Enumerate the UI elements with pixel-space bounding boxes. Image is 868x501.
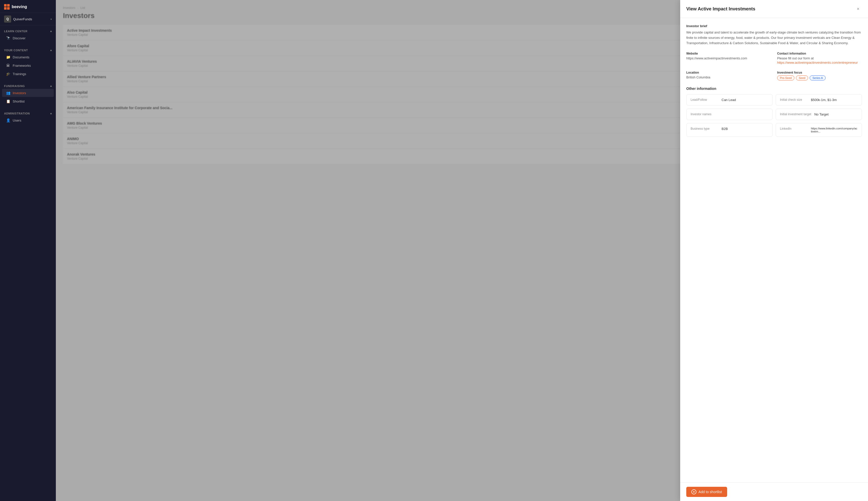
location-label: Location — [686, 71, 771, 74]
administration-header[interactable]: Administration ▴ — [0, 110, 56, 116]
info-card-lead-follow: Lead/Follow Can Lead — [686, 94, 773, 106]
trainings-icon: 🎓 — [6, 72, 10, 76]
sidebar-item-shortlist[interactable]: 📋 Shortlist — [2, 97, 54, 105]
chevron-up-icon: ▴ — [50, 84, 52, 87]
investment-target-label: Initial investment target — [780, 113, 811, 116]
chevron-up-icon: ▴ — [50, 112, 52, 115]
check-size-value: $500k-1m, $1-3m — [811, 98, 837, 102]
sidebar-item-documents[interactable]: 📁 Documents — [2, 53, 54, 61]
shortlist-icon: 📋 — [6, 99, 10, 103]
info-card-investment-target: Initial investment target No Target — [775, 109, 862, 120]
sidebar-item-trainings[interactable]: 🎓 Trainings — [2, 70, 54, 78]
investment-tags: Pre-Seed Seed Series A — [777, 75, 862, 81]
website-contact-row: Website https://www.activeimpactinvestme… — [686, 52, 862, 65]
your-content-section: Your Content ▴ 📁 Documents 🏛 Frameworks … — [0, 44, 56, 80]
investment-focus-label: Investment focus — [777, 71, 862, 74]
fundraising-header[interactable]: Fundraising ▴ — [0, 82, 56, 88]
info-card-linkedin: LinkedIn https://www.linkedin.com/compan… — [775, 123, 862, 137]
business-type-value: B2B — [721, 127, 728, 131]
location-section: Location British Columbia — [686, 71, 771, 81]
fundraising-section: Fundraising ▴ 👥 Investors 📋 Shortlist — [0, 80, 56, 108]
website-value: https://www.activeimpactinvestments.com — [686, 56, 771, 60]
contact-text: Please fill out our form at — [777, 56, 862, 60]
info-card-business-type: Business type B2B — [686, 123, 773, 137]
modal-body: Investor brief We provide capital and ta… — [680, 18, 868, 482]
close-icon: × — [857, 6, 860, 12]
investor-brief-text: We provide capital and talent to acceler… — [686, 30, 862, 46]
documents-icon: 📁 — [6, 55, 10, 59]
tag-series-a: Series A — [810, 75, 826, 81]
info-card-investor-names: Investor names — [686, 109, 773, 120]
sidebar: beeving Q QuiverFunds ▾ Learn center ▴ 🔭… — [0, 0, 56, 501]
sidebar-item-users[interactable]: 👤 Users — [2, 116, 54, 124]
modal-header: View Active Impact Investments × — [680, 0, 868, 18]
frameworks-icon: 🏛 — [6, 63, 10, 67]
workspace-name: QuiverFunds — [13, 17, 49, 21]
website-section: Website https://www.activeimpactinvestme… — [686, 52, 771, 65]
modal-title: View Active Impact Investments — [686, 6, 755, 12]
chevron-down-icon: ▾ — [51, 18, 52, 21]
workspace-selector[interactable]: Q QuiverFunds ▾ — [0, 13, 56, 25]
location-value: British Columbia — [686, 75, 771, 79]
discover-icon: 🔭 — [6, 36, 10, 40]
tag-pre-seed: Pre-Seed — [777, 75, 794, 81]
investment-focus-section: Investment focus Pre-Seed Seed Series A — [777, 71, 862, 81]
add-to-shortlist-button[interactable]: + Add to shortlist — [686, 487, 727, 497]
investor-names-label: Investor names — [690, 113, 718, 116]
logo: beeving — [0, 0, 56, 13]
sidebar-item-discover[interactable]: 🔭 Discover — [2, 34, 54, 42]
chevron-up-icon: ▴ — [50, 30, 52, 33]
contact-section: Contact information Please fill out our … — [777, 52, 862, 65]
tag-seed: Seed — [796, 75, 808, 81]
chevron-up-icon: ▴ — [50, 49, 52, 52]
info-card-check-size: Initial check size $500k-1m, $1-3m — [775, 94, 862, 106]
your-content-header[interactable]: Your Content ▴ — [0, 46, 56, 53]
investment-target-value: No Target — [814, 113, 828, 116]
sidebar-item-investors[interactable]: 👥 Investors — [2, 89, 54, 97]
lead-follow-label: Lead/Follow — [690, 98, 718, 102]
add-shortlist-label: Add to shortlist — [698, 490, 722, 494]
investor-brief-label: Investor brief — [686, 24, 862, 28]
linkedin-value: https://www.linkedin.com/company/activei… — [811, 127, 858, 133]
lead-follow-value: Can Lead — [721, 98, 736, 102]
plus-circle-icon: + — [692, 489, 696, 494]
logo-text: beeving — [12, 4, 27, 9]
location-focus-row: Location British Columbia Investment foc… — [686, 71, 862, 81]
linkedin-label: LinkedIn — [780, 127, 808, 130]
sidebar-item-frameworks[interactable]: 🏛 Frameworks — [2, 61, 54, 70]
website-label: Website — [686, 52, 771, 55]
close-button[interactable]: × — [854, 5, 862, 13]
learn-center-header[interactable]: Learn center ▴ — [0, 28, 56, 34]
check-size-label: Initial check size — [780, 98, 808, 102]
info-cards-grid: Lead/Follow Can Lead Initial check size … — [686, 94, 862, 137]
learn-center-section: Learn center ▴ 🔭 Discover — [0, 25, 56, 44]
other-info-label: Other information — [686, 87, 862, 90]
administration-section: Administration ▴ 👤 Users — [0, 108, 56, 127]
contact-link[interactable]: https://www.activeimpactinvestments.com/… — [777, 61, 858, 64]
contact-label: Contact information — [777, 52, 862, 55]
workspace-avatar: Q — [4, 15, 11, 23]
modal-footer: + Add to shortlist — [680, 482, 868, 501]
users-icon: 👤 — [6, 118, 10, 122]
logo-icon — [4, 4, 10, 10]
investors-icon: 👥 — [6, 91, 10, 95]
business-type-label: Business type — [690, 127, 718, 130]
modal-panel: View Active Impact Investments × Investo… — [680, 0, 868, 501]
